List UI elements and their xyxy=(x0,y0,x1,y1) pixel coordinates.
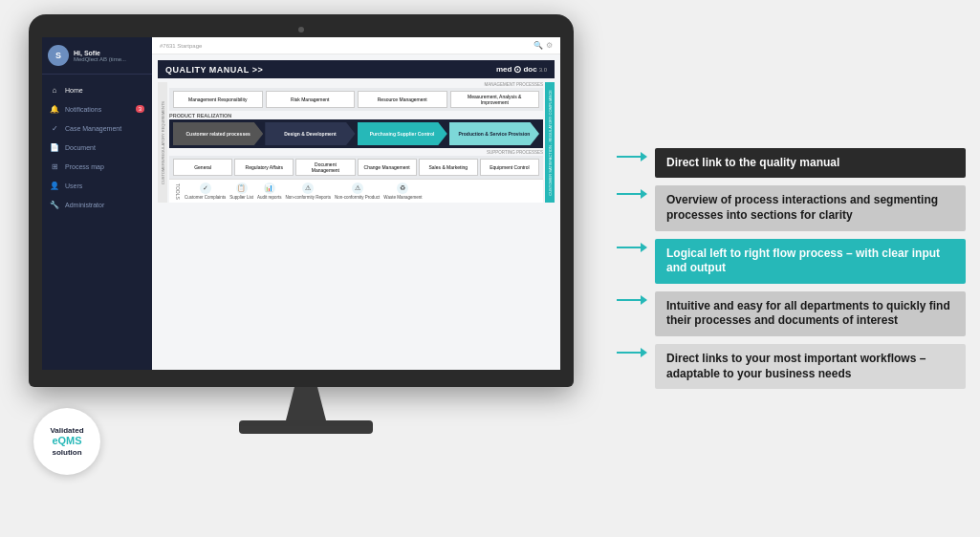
feature-item-3: Logical left to right flow process – wit… xyxy=(617,239,966,284)
arrow-2 xyxy=(617,189,647,199)
avatar: S xyxy=(48,45,69,66)
tool-icon-audit: 📊 xyxy=(264,183,275,194)
feature-card-5: Direct links to your most important work… xyxy=(655,344,966,389)
tool-nonconformity-reports: ⚠ Non-conformity Reports xyxy=(286,183,332,200)
user-company: MedQlect AB (time... xyxy=(74,56,126,62)
badge-validated-text: Validated xyxy=(50,426,83,436)
supporting-section: SUPPORTING PROCESSES General Regulatory … xyxy=(169,150,543,179)
process-box-change: Change Management xyxy=(358,159,417,176)
sidebar-item-case-management[interactable]: ✓ Case Management xyxy=(42,118,152,138)
home-icon: ⌂ xyxy=(50,85,59,95)
tool-icon-waste: ♻ xyxy=(397,183,408,194)
main-container: S Hi, Sofie MedQlect AB (time... ⌂ Home xyxy=(0,0,980,537)
process-map: CUSTOMERS/REGULATORY REQUIREMENTS MANAGE… xyxy=(158,82,555,203)
process-box-measurement: Measurement, Analysis & Improvement xyxy=(450,91,540,108)
monitor-frame: S Hi, Sofie MedQlect AB (time... ⌂ Home xyxy=(29,14,574,387)
product-realization-label: PRODUCT REALIZATION xyxy=(169,113,543,118)
left-side: S Hi, Sofie MedQlect AB (time... ⌂ Home xyxy=(0,0,612,537)
arrow-line-2 xyxy=(617,193,641,195)
quality-manual-content: QUALITY MANUAL >> med ⊙ doc 3.0 xyxy=(152,54,560,370)
main-content-area: #7631 Startpage 🔍 ⚙ QUALITY MANUAL >> xyxy=(152,37,560,370)
process-box-risk: Risk Management xyxy=(266,91,356,108)
arrow-head-4 xyxy=(641,295,647,305)
arrow-head-1 xyxy=(641,152,647,161)
tool-icon-supplier: 📋 xyxy=(236,183,248,194)
sidebar-header: S Hi, Sofie MedQlect AB (time... xyxy=(42,37,152,75)
feature-title-4: Intuitive and easy for all departments t… xyxy=(666,299,954,329)
tool-audit-reports: 📊 Audit reports xyxy=(257,183,282,200)
management-section: CUSTOMERS/REGULATORY REQUIREMENTS MANAGE… xyxy=(158,82,555,203)
supporting-row: General Regulatory Affairs Document Mana… xyxy=(169,156,543,179)
compliance-label: CUSTOMER SATISFACTION - REGULATORY COMPL… xyxy=(548,90,553,196)
qm-header: QUALITY MANUAL >> med ⊙ doc 3.0 xyxy=(158,60,555,78)
sidebar-item-administrator[interactable]: 🔧 Administrator xyxy=(42,195,152,214)
features-panel: Direct link to the quality manual Overvi… xyxy=(612,0,980,537)
process-box-mgmt-resp: Management Responsibility xyxy=(173,91,263,108)
tools-row: TOOLS ✓ Customer Complaints 📋 Supp xyxy=(169,179,543,203)
sidebar-item-label: Notifications xyxy=(65,106,101,113)
process-box-equipment: Equipment Control xyxy=(480,159,539,176)
user-info: Hi, Sofie MedQlect AB (time... xyxy=(74,50,126,62)
feature-card-1: Direct link to the quality manual xyxy=(655,148,966,179)
arrow-1 xyxy=(617,152,647,161)
management-content: MANAGEMENT PROCESSES Management Responsi… xyxy=(169,82,543,203)
customer-req-label: CUSTOMERS/REGULATORY REQUIREMENTS xyxy=(161,101,165,184)
sidebar-item-label: Document xyxy=(65,144,96,151)
feature-title-5: Direct links to your most important work… xyxy=(666,352,954,381)
feature-card-4: Intuitive and easy for all departments t… xyxy=(655,291,966,336)
camera-dot xyxy=(298,27,304,32)
feature-title-1: Direct link to the quality manual xyxy=(666,156,954,171)
feature-item-2: Overview of process interactions and seg… xyxy=(617,185,966,230)
management-processes-label: MANAGEMENT PROCESSES xyxy=(169,82,543,87)
tool-nonconformity-product: ⚠ Non-conformity Product xyxy=(335,183,380,200)
user-name: Hi, Sofie xyxy=(74,50,126,56)
sidebar-item-process-map[interactable]: ⊞ Process map xyxy=(42,157,152,176)
sidebar-item-home[interactable]: ⌂ Home xyxy=(42,80,152,99)
tool-icon-complaints: ✓ xyxy=(200,183,211,194)
sidebar-item-document[interactable]: 📄 Document xyxy=(42,138,152,157)
grid-icon: ⊞ xyxy=(50,161,59,171)
management-row: Management Responsibility Risk Managemen… xyxy=(169,88,543,111)
top-bar-icons: 🔍 ⚙ xyxy=(534,41,553,50)
monitor-bezel xyxy=(42,26,560,33)
top-bar: #7631 Startpage 🔍 ⚙ xyxy=(152,37,560,54)
bell-icon: 🔔 xyxy=(50,104,59,114)
checkmark-icon: ✓ xyxy=(50,123,59,133)
user-icon: 👤 xyxy=(50,181,59,190)
qm-title: QUALITY MANUAL >> xyxy=(165,65,263,75)
supporting-processes-label: SUPPORTING PROCESSES xyxy=(169,150,543,155)
sidebar-item-label: Case Management xyxy=(65,125,121,132)
sidebar-item-notifications[interactable]: 🔔 Notifications 3 xyxy=(42,99,152,118)
tools-label: TOOLS xyxy=(173,183,181,200)
tool-waste-management: ♻ Waste Management xyxy=(383,183,422,200)
feature-item-1: Direct link to the quality manual xyxy=(617,148,966,179)
settings-icon[interactable]: ⚙ xyxy=(546,41,553,50)
process-box-sales: Sales & Marketing xyxy=(419,159,478,176)
wrench-icon: 🔧 xyxy=(50,200,59,209)
arrow-head-2 xyxy=(641,189,647,199)
document-icon: 📄 xyxy=(50,142,59,152)
arrow-line-3 xyxy=(617,247,641,248)
monitor: S Hi, Sofie MedQlect AB (time... ⌂ Home xyxy=(29,14,583,425)
customer-related-arrow: Customer related processes xyxy=(173,122,263,145)
feature-title-2: Overview of process interactions and seg… xyxy=(666,193,954,223)
feature-item-5: Direct links to your most important work… xyxy=(617,344,966,389)
search-icon[interactable]: 🔍 xyxy=(534,41,543,50)
sidebar-item-label: Users xyxy=(65,183,82,189)
badge-solution-text: solution xyxy=(52,448,81,458)
sidebar-item-users[interactable]: 👤 Users xyxy=(42,176,152,195)
feature-card-3: Logical left to right flow process – wit… xyxy=(655,239,966,284)
tool-customer-complaints: ✓ Customer Complaints xyxy=(185,183,226,200)
process-box-doc-mgmt: Document Management xyxy=(295,159,355,176)
arrow-head-5 xyxy=(641,348,647,357)
tool-icon-nc-reports: ⚠ xyxy=(302,183,314,194)
sidebar-item-label: Administrator xyxy=(65,202,104,208)
arrow-5 xyxy=(617,348,647,357)
validated-badge: Validated eQMS solution xyxy=(33,408,100,475)
production-arrow: Production & Service Provision xyxy=(449,122,539,145)
arrow-line-5 xyxy=(617,352,641,354)
process-box-general: General xyxy=(173,159,232,176)
feature-title-3: Logical left to right flow process – wit… xyxy=(666,247,954,276)
process-box-resource: Resource Management xyxy=(358,91,447,108)
tool-icon-nc-product: ⚠ xyxy=(352,183,363,194)
